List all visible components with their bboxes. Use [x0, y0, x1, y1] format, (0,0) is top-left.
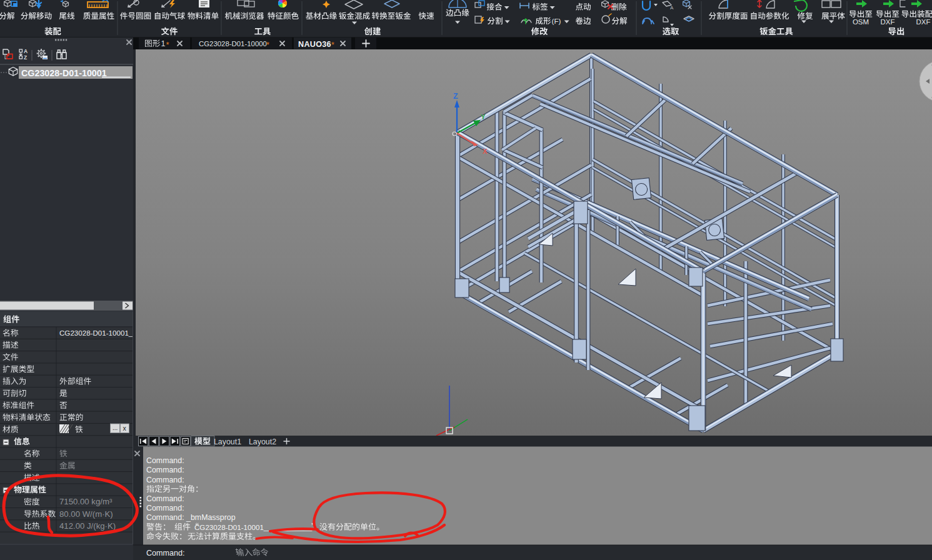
svg-text:...: ... [113, 424, 118, 431]
svg-text:NAUO36: NAUO36 [298, 40, 331, 49]
svg-text:*: * [166, 40, 169, 49]
svg-text:CG23028-D01-10000: CG23028-D01-10000 [199, 40, 267, 48]
svg-text:Command:: Command: [146, 456, 184, 465]
svg-text:80.00 W/(m·K): 80.00 W/(m·K) [59, 509, 113, 519]
svg-text:Command:: Command: [146, 504, 184, 512]
svg-text:Command: _bmMassprop: Command: _bmMassprop [146, 513, 236, 522]
svg-text:x: x [123, 424, 127, 432]
svg-text:DXF: DXF [916, 18, 931, 26]
svg-text:(F): (F) [552, 18, 561, 25]
svg-text:CG23028-D01-10001_: CG23028-D01-10001_ [59, 329, 133, 337]
svg-text:X: X [483, 148, 488, 155]
svg-text:7150.00 kg/m³: 7150.00 kg/m³ [59, 497, 113, 506]
svg-text:A: A [24, 48, 28, 54]
svg-text:DXF: DXF [881, 18, 895, 26]
svg-text:Y: Y [481, 113, 486, 121]
svg-text:Z: Z [24, 54, 27, 61]
svg-text:Command:: Command: [146, 466, 184, 474]
svg-text:*: * [266, 41, 269, 49]
svg-text:Layout1: Layout1 [214, 438, 241, 446]
svg-text:Layout2: Layout2 [249, 438, 276, 446]
svg-text:CG23028-D01-10001: CG23028-D01-10001 [21, 68, 107, 78]
svg-text:Command:: Command: [146, 494, 184, 503]
svg-text:Command:: Command: [146, 549, 185, 558]
svg-text:*: * [331, 41, 334, 49]
svg-text:1: 1 [161, 39, 166, 48]
svg-text:412.00 J/(kg·K): 412.00 J/(kg·K) [59, 521, 116, 531]
svg-text:Command:: Command: [146, 476, 184, 484]
svg-text:OSM: OSM [853, 18, 869, 26]
svg-text:Z: Z [453, 92, 458, 101]
svg-text:A: A [670, 5, 674, 11]
